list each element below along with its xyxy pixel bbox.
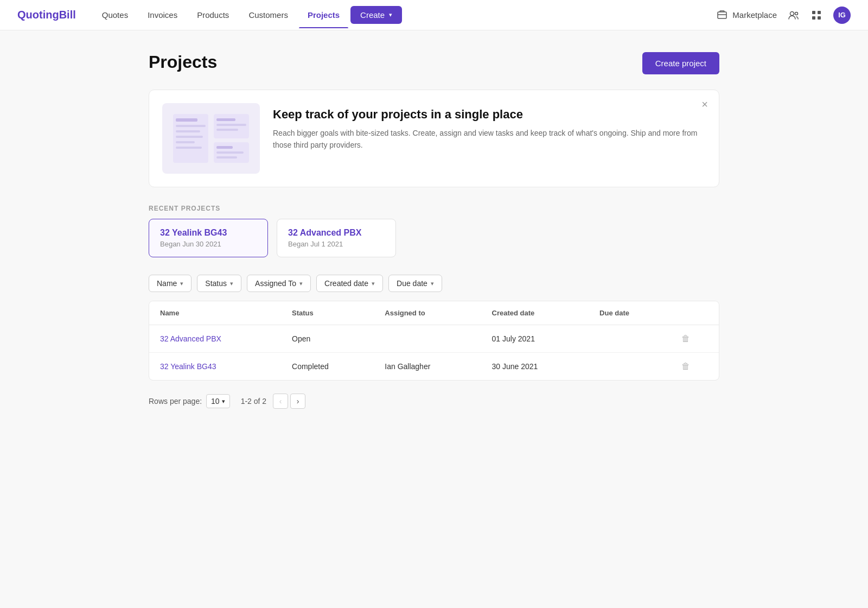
row1-status: Open [281, 325, 374, 353]
filter-name-chevron-icon: ▾ [180, 280, 183, 287]
nav-create-button[interactable]: Create ▾ [350, 6, 402, 24]
filter-assigned-chevron-icon: ▾ [299, 280, 303, 287]
next-page-button[interactable]: › [290, 394, 305, 409]
nav-links: Quotes Invoices Products Customers Proje… [93, 6, 717, 24]
row1-project-link[interactable]: 32 Advanced PBX [160, 334, 221, 343]
recent-project-card-yealink[interactable]: 32 Yealink BG43 Began Jun 30 2021 [149, 219, 268, 257]
svg-rect-4 [812, 11, 815, 14]
svg-rect-6 [812, 16, 815, 20]
svg-point-2 [790, 11, 794, 15]
row2-status: Completed [281, 353, 374, 381]
rows-per-page-value: 10 [211, 397, 220, 406]
col-header-due: Due date [589, 301, 671, 325]
logo-black: Quoting [17, 9, 59, 21]
recent-projects-label: RECENT PROJECTS [149, 205, 719, 212]
svg-rect-0 [718, 12, 726, 18]
filter-created-date[interactable]: Created date ▾ [316, 275, 383, 292]
svg-rect-5 [818, 11, 821, 14]
marketplace-label: Marketplace [732, 10, 777, 20]
row1-delete-button[interactable]: 🗑 [681, 334, 690, 343]
row2-name: 32 Yealink BG43 [149, 353, 281, 381]
users-icon[interactable] [788, 9, 800, 21]
col-header-assigned: Assigned to [374, 301, 481, 325]
row2-delete-button[interactable]: 🗑 [681, 362, 690, 371]
banner-illustration [162, 103, 260, 174]
brand-logo[interactable]: QuotingBill [17, 9, 76, 21]
apps-grid-icon[interactable] [810, 9, 822, 21]
svg-rect-15 [214, 114, 249, 138]
col-header-name: Name [149, 301, 281, 325]
svg-rect-11 [176, 130, 200, 132]
nav-products[interactable]: Products [188, 6, 238, 24]
table-header-row: Name Status Assigned to Created date Due… [149, 301, 719, 325]
rows-per-page-label: Rows per page: [149, 397, 202, 406]
banner-description: Reach bigger goals with bite-sized tasks… [273, 127, 701, 151]
row2-assigned: Ian Gallagher [374, 353, 481, 381]
svg-point-3 [795, 12, 798, 15]
nav-customers[interactable]: Customers [240, 6, 297, 24]
row2-actions: 🗑 [671, 353, 719, 381]
filter-due-date[interactable]: Due date ▾ [388, 275, 442, 292]
projects-table-container: Name Status Assigned to Created date Due… [149, 301, 719, 381]
row2-created-date: 30 June 2021 [481, 353, 589, 381]
page-navigation: ‹ › [273, 394, 305, 409]
nav-right: Marketplace IG [716, 7, 851, 24]
row1-assigned [374, 325, 481, 353]
recent-card-name-pbx: 32 Advanced PBX [288, 228, 385, 238]
svg-rect-7 [818, 16, 821, 20]
recent-projects-section: RECENT PROJECTS 32 Yealink BG43 Began Ju… [149, 205, 719, 257]
row1-created-date: 01 July 2021 [481, 325, 589, 353]
filter-due-chevron-icon: ▾ [431, 280, 434, 287]
create-project-button[interactable]: Create project [642, 52, 719, 74]
user-avatar[interactable]: IG [833, 7, 851, 24]
main-content: Projects Create project [136, 30, 732, 435]
col-header-actions [671, 301, 719, 325]
row1-name: 32 Advanced PBX [149, 325, 281, 353]
pagination-bar: Rows per page: 10 ▾ 1-2 of 2 ‹ › [149, 389, 719, 413]
filter-created-chevron-icon: ▾ [372, 280, 375, 287]
nav-invoices[interactable]: Invoices [139, 6, 186, 24]
nav-projects[interactable]: Projects [299, 6, 348, 24]
row2-project-link[interactable]: 32 Yealink BG43 [160, 362, 216, 371]
info-banner: Keep track of your projects in a single … [149, 90, 719, 187]
banner-close-button[interactable]: × [701, 99, 708, 110]
filter-status[interactable]: Status ▾ [197, 275, 241, 292]
svg-rect-21 [216, 151, 244, 154]
row1-due-date [589, 325, 671, 353]
svg-rect-22 [216, 156, 237, 159]
table-row: 32 Advanced PBX Open 01 July 2021 🗑 [149, 325, 719, 353]
svg-rect-14 [176, 147, 202, 149]
filter-status-chevron-icon: ▾ [230, 280, 233, 287]
nav-marketplace[interactable]: Marketplace [716, 9, 777, 21]
filter-bar: Name ▾ Status ▾ Assigned To ▾ Created da… [149, 275, 719, 292]
create-chevron-icon: ▾ [389, 11, 392, 18]
row1-actions: 🗑 [671, 325, 719, 353]
col-header-status: Status [281, 301, 374, 325]
svg-rect-17 [216, 124, 246, 126]
marketplace-icon [716, 9, 728, 21]
filter-name[interactable]: Name ▾ [149, 275, 192, 292]
svg-rect-13 [176, 141, 195, 143]
page-range-info: 1-2 of 2 [241, 397, 266, 406]
svg-rect-16 [216, 118, 235, 121]
rows-per-page-chevron-icon: ▾ [222, 398, 225, 405]
nav-quotes[interactable]: Quotes [93, 6, 137, 24]
banner-content: Keep track of your projects in a single … [273, 103, 701, 151]
row2-due-date [589, 353, 671, 381]
projects-table: Name Status Assigned to Created date Due… [149, 301, 719, 380]
svg-rect-9 [176, 118, 197, 122]
filter-assigned-to[interactable]: Assigned To ▾ [247, 275, 311, 292]
logo-purple: Bill [59, 9, 76, 21]
recent-card-date-yealink: Began Jun 30 2021 [160, 240, 257, 248]
svg-rect-10 [176, 125, 206, 127]
recent-project-cards: 32 Yealink BG43 Began Jun 30 2021 32 Adv… [149, 219, 719, 257]
recent-project-card-pbx[interactable]: 32 Advanced PBX Began Jul 1 2021 [277, 219, 396, 257]
recent-card-date-pbx: Began Jul 1 2021 [288, 240, 385, 248]
page-header: Projects Create project [149, 52, 719, 74]
rows-per-page-select[interactable]: 10 ▾ [206, 394, 230, 408]
prev-page-button[interactable]: ‹ [273, 394, 288, 409]
rows-per-page-control: Rows per page: 10 ▾ [149, 394, 230, 408]
banner-title: Keep track of your projects in a single … [273, 107, 701, 122]
svg-rect-18 [216, 129, 238, 131]
table-row: 32 Yealink BG43 Completed Ian Gallagher … [149, 353, 719, 381]
